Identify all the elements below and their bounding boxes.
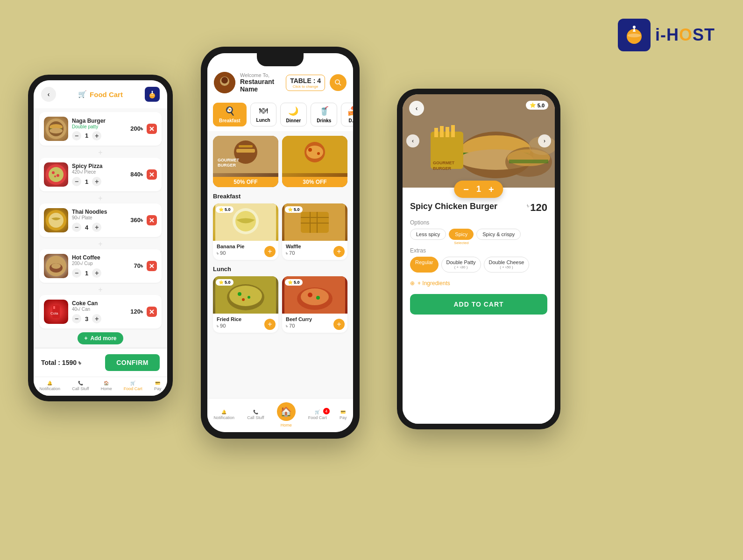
- prev-image-button[interactable]: ‹: [406, 134, 419, 147]
- add-food-button[interactable]: +: [333, 246, 345, 257]
- qty-number: 1: [85, 178, 88, 185]
- qty-plus[interactable]: +: [92, 314, 101, 323]
- extra-double-cheese[interactable]: Double Cheese ( + ৳50 ): [484, 257, 530, 273]
- promo-banners: GOURMET BURGER 50% OFF: [213, 136, 347, 187]
- tab-dessert[interactable]: 🍰 D...: [341, 103, 353, 126]
- nav-label: Food Cart: [124, 386, 142, 391]
- extra-double-patty[interactable]: Double Patty ( + ৳30 ): [441, 257, 481, 273]
- food-card-waffle[interactable]: ⭐5.0 Waffle ৳ 70 +: [282, 203, 347, 260]
- svg-point-63: [229, 286, 262, 306]
- qty-increase-button[interactable]: +: [488, 185, 494, 194]
- next-image-button[interactable]: ›: [538, 134, 551, 147]
- qty-plus[interactable]: +: [92, 131, 101, 140]
- category-tabs: 🍳 Breakfast 🍽 Lunch 🌙 Dinner 🥤 Drinks 🍰 …: [207, 98, 353, 131]
- qty-plus[interactable]: +: [92, 223, 101, 232]
- extras-label: Extras: [410, 247, 547, 254]
- add-food-button[interactable]: +: [264, 246, 276, 257]
- dessert-label: D...: [349, 118, 353, 123]
- food-info: Fried Rice ৳ 90 +: [213, 314, 278, 333]
- breakfast-label: Breakfast: [219, 118, 241, 123]
- cart-logo-button[interactable]: [145, 87, 160, 102]
- promo-card-1[interactable]: GOURMET BURGER 50% OFF: [213, 136, 278, 187]
- add-more-button[interactable]: + Add more: [78, 332, 123, 344]
- item-name: Spicy Pizza: [72, 163, 120, 169]
- delete-item-button[interactable]: [147, 261, 157, 271]
- qty-decrease-button[interactable]: −: [463, 185, 469, 194]
- nav-home[interactable]: 🏠 Home: [277, 402, 296, 427]
- nav-home[interactable]: 🏠 Home: [101, 381, 112, 391]
- option-spicy[interactable]: Spicy Selected: [449, 229, 474, 240]
- ingredients-label: + Ingredients: [417, 280, 450, 287]
- food-card-beef-curry[interactable]: ⭐5.0 Beef Curry ৳ 70 +: [282, 276, 347, 333]
- item-sub: 40৳/ Can: [72, 307, 120, 312]
- cart-item: Hot Coffee 200৳/ Cup − 1 + 70৳: [39, 249, 162, 283]
- nav-notification[interactable]: 🔔 Notification: [214, 410, 235, 420]
- qty-minus[interactable]: −: [72, 223, 81, 232]
- food-info: Banana Pie ৳ 90 +: [213, 241, 278, 260]
- item-sub: 420৳/ Piece: [72, 169, 120, 175]
- breakfast-grid: ⭐5.0 Banana Pie ৳ 90 + ⭐5.0 Waffle: [213, 203, 347, 260]
- svg-point-3: [633, 26, 636, 28]
- pay-icon: 💳: [340, 410, 346, 414]
- qty-display: 1: [476, 184, 481, 194]
- delete-item-button[interactable]: [147, 307, 157, 317]
- option-less-spicy[interactable]: Less spicy: [410, 229, 446, 240]
- ingredients-toggle[interactable]: ⊕ + Ingredients: [410, 280, 547, 287]
- cart-header: ‹ 🛒 Food Cart: [34, 80, 167, 108]
- nav-food-cart[interactable]: 🛒 4 Food Cart: [308, 410, 327, 420]
- star-icon: ⭐: [288, 280, 293, 285]
- restaurant-menu-screen: Welcome To, Restaurant Name TABLE : 4 Cl…: [207, 53, 353, 432]
- tab-lunch[interactable]: 🍽 Lunch: [250, 103, 276, 126]
- confirm-button[interactable]: CONFIRM: [105, 354, 160, 371]
- item-sub: 200৳/ Cup: [72, 261, 120, 266]
- quantity-bar: − 1 +: [454, 181, 503, 198]
- nav-pay[interactable]: 💳 Pay: [340, 410, 347, 420]
- nav-notification[interactable]: 🔔 Notification: [40, 381, 61, 391]
- notification-icon: 🔔: [221, 410, 226, 414]
- home-icon: 🏠: [104, 381, 109, 385]
- add-food-button[interactable]: +: [264, 319, 276, 330]
- detail-back-button[interactable]: ‹: [409, 101, 424, 116]
- tab-breakfast[interactable]: 🍳 Breakfast: [213, 103, 247, 126]
- qty-minus[interactable]: −: [72, 131, 81, 140]
- qty-minus[interactable]: −: [72, 268, 81, 278]
- add-food-button[interactable]: +: [333, 319, 345, 330]
- item-sub: Double patty: [72, 124, 120, 129]
- qty-control: − 3 +: [72, 314, 120, 323]
- nav-pay[interactable]: 💳 Pay: [154, 381, 162, 391]
- qty-plus[interactable]: +: [92, 268, 101, 278]
- option-spicy-crispy[interactable]: Spicy & crispy: [476, 229, 521, 240]
- nav-call[interactable]: 📞 Call Stuff: [247, 410, 264, 420]
- item-sub: 90৳/ Plate: [72, 215, 120, 221]
- item-image: [44, 117, 68, 141]
- add-to-cart-button[interactable]: ADD TO CART: [410, 294, 547, 315]
- search-button[interactable]: [330, 74, 347, 91]
- promo-2-label: 30% OFF: [282, 177, 347, 187]
- item-price: 200৳: [124, 125, 143, 133]
- lunch-icon: 🍽: [259, 106, 268, 116]
- tab-dinner[interactable]: 🌙 Dinner: [280, 103, 307, 126]
- item-image: [44, 208, 68, 232]
- nav-label: Home: [101, 386, 112, 391]
- qty-plus[interactable]: +: [92, 177, 101, 186]
- qty-minus[interactable]: −: [72, 314, 81, 323]
- food-card-fried-rice[interactable]: ⭐5.0 Fried Rice ৳ 90 +: [213, 276, 278, 333]
- delete-item-button[interactable]: [147, 169, 157, 180]
- nav-food-cart[interactable]: 🛒 Food Cart: [124, 381, 142, 391]
- hero-image: GOURMET BURGER ‹ ⭐ 5.0 ‹ › − 1 +: [403, 94, 555, 188]
- nav-call[interactable]: 📞 Call Stuff: [72, 381, 89, 391]
- svg-point-71: [316, 296, 320, 300]
- nav-label: Pay: [340, 415, 347, 420]
- extra-regular[interactable]: Regular Selected: [410, 257, 439, 273]
- svg-point-66: [242, 298, 245, 301]
- qty-minus[interactable]: −: [72, 177, 81, 186]
- delete-item-button[interactable]: [147, 124, 157, 134]
- food-card-banana-pie[interactable]: ⭐5.0 Banana Pie ৳ 90 +: [213, 203, 278, 260]
- promo-card-2[interactable]: 30% OFF: [282, 136, 347, 187]
- add-more-label: Add more: [91, 335, 117, 342]
- delete-item-button[interactable]: [147, 215, 157, 225]
- svg-point-39: [335, 80, 340, 84]
- table-badge[interactable]: TABLE : 4 Click to change: [286, 75, 325, 91]
- cart-back-button[interactable]: ‹: [41, 87, 56, 102]
- tab-drinks[interactable]: 🥤 Drinks: [311, 103, 337, 126]
